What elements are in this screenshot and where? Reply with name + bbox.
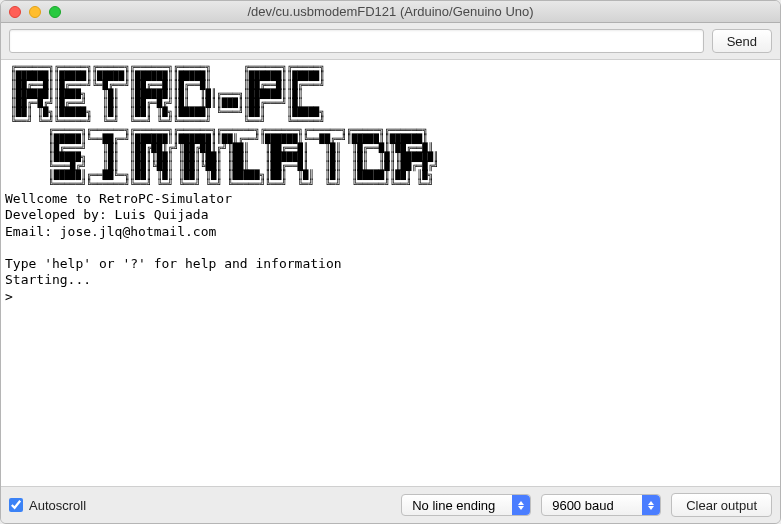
chevron-updown-icon [642, 495, 660, 515]
autoscroll-checkbox[interactable]: Autoscroll [9, 498, 86, 513]
serial-console[interactable]: ╔══════╗╔═════╗╔═════╗╔══════╗╔═════╗ ╔═… [1, 60, 780, 487]
titlebar: /dev/cu.usbmodemFD121 (Arduino/Genuino U… [1, 1, 780, 23]
ascii-art-banner: ╔══════╗╔═════╗╔═════╗╔══════╗╔═════╗ ╔═… [5, 63, 776, 189]
window-title: /dev/cu.usbmodemFD121 (Arduino/Genuino U… [1, 4, 780, 19]
footer: Autoscroll No line ending 9600 baud Clea… [1, 487, 780, 523]
baud-rate-select[interactable]: 9600 baud [541, 494, 661, 516]
zoom-icon[interactable] [49, 6, 61, 18]
send-button[interactable]: Send [712, 29, 772, 53]
line-ending-value: No line ending [412, 498, 495, 513]
serial-input[interactable] [9, 29, 704, 53]
baud-rate-value: 9600 baud [552, 498, 613, 513]
traffic-lights [1, 6, 61, 18]
minimize-icon[interactable] [29, 6, 41, 18]
console-text: Wellcome to RetroPC-Simulator Developed … [5, 191, 776, 305]
chevron-updown-icon [512, 495, 530, 515]
clear-output-button[interactable]: Clear output [671, 493, 772, 517]
close-icon[interactable] [9, 6, 21, 18]
toolbar: Send [1, 23, 780, 60]
autoscroll-label: Autoscroll [29, 498, 86, 513]
autoscroll-input[interactable] [9, 498, 23, 512]
line-ending-select[interactable]: No line ending [401, 494, 531, 516]
